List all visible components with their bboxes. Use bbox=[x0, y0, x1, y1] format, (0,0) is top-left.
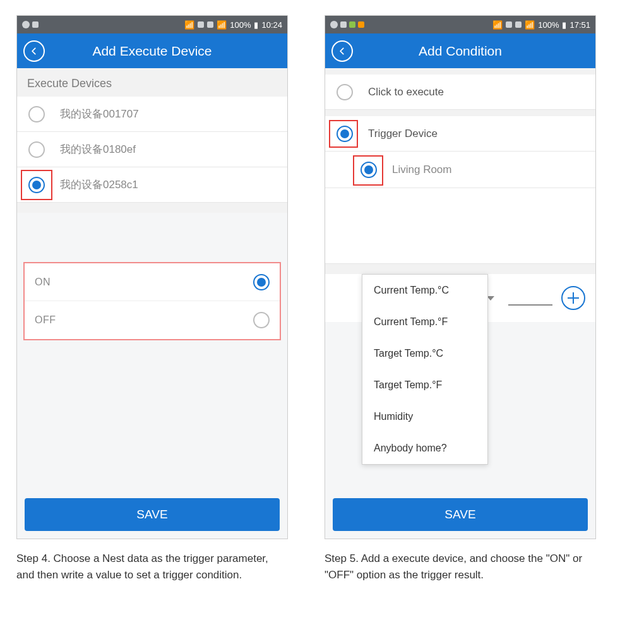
option-on-row[interactable]: ON bbox=[25, 263, 280, 301]
caption-step-5: Step 5. Add a execute device, and choose… bbox=[325, 551, 596, 583]
dropdown-item[interactable]: Target Temp.°C bbox=[362, 338, 487, 369]
title-bar: Add Condition bbox=[325, 33, 595, 68]
section-header-execute-devices: Execute Devices bbox=[17, 68, 287, 97]
status-icon bbox=[349, 21, 355, 28]
save-button[interactable]: SAVE bbox=[25, 498, 280, 531]
save-label: SAVE bbox=[444, 508, 475, 522]
save-button[interactable]: SAVE bbox=[333, 498, 588, 531]
radio-unselected[interactable] bbox=[337, 84, 353, 100]
back-button[interactable] bbox=[331, 40, 353, 62]
wifi-icon: 📶 bbox=[492, 20, 503, 30]
status-icon bbox=[22, 21, 30, 28]
device-row[interactable]: 我的设备0180ef bbox=[17, 132, 287, 167]
sim-icon bbox=[515, 21, 522, 28]
radio-selected[interactable] bbox=[28, 177, 45, 193]
back-button[interactable] bbox=[23, 40, 45, 62]
parameter-dropdown: Current Temp.°C Current Temp.°F Target T… bbox=[362, 274, 488, 465]
on-label: ON bbox=[35, 277, 51, 288]
radio-off[interactable] bbox=[253, 312, 270, 328]
status-icon bbox=[358, 21, 364, 28]
trigger-device-row[interactable]: Trigger Device bbox=[325, 116, 595, 152]
radio-selected[interactable] bbox=[361, 162, 377, 178]
on-off-group: ON OFF bbox=[23, 262, 281, 340]
device-row[interactable]: 我的设备0258c1 bbox=[17, 167, 287, 203]
device-label: 我的设备001707 bbox=[60, 107, 139, 121]
sim-icon bbox=[198, 21, 204, 28]
room-label: Living Room bbox=[392, 164, 452, 176]
click-to-execute-label: Click to execute bbox=[368, 86, 444, 98]
trigger-device-label: Trigger Device bbox=[368, 128, 438, 140]
add-button[interactable] bbox=[561, 286, 585, 310]
radio-unselected[interactable] bbox=[28, 106, 45, 122]
off-label: OFF bbox=[35, 314, 56, 326]
caption-step-4: Step 4. Choose a Nest data as the trigge… bbox=[16, 551, 288, 583]
screen-title: Add Execute Device bbox=[17, 44, 287, 59]
phone-add-execute-device: 📶 📶 100% ▮ 10:24 Add Execute Device Exec… bbox=[16, 15, 288, 539]
device-row[interactable]: 我的设备001707 bbox=[17, 97, 287, 132]
status-bar: 📶 📶 100% ▮ 17:51 bbox=[325, 16, 595, 33]
sim-icon bbox=[207, 21, 213, 28]
dropdown-item[interactable]: Anybody home? bbox=[362, 432, 487, 464]
dropdown-item[interactable]: Target Temp.°F bbox=[362, 369, 487, 401]
status-bar: 📶 📶 100% ▮ 10:24 bbox=[17, 16, 287, 33]
room-row[interactable]: Living Room bbox=[325, 152, 595, 188]
dropdown-item[interactable]: Current Temp.°F bbox=[362, 306, 487, 338]
signal-icon: 📶 bbox=[525, 20, 535, 30]
title-bar: Add Execute Device bbox=[17, 33, 287, 68]
battery-icon: ▮ bbox=[254, 20, 258, 30]
chevron-left-icon bbox=[338, 47, 347, 56]
clock: 10:24 bbox=[261, 20, 282, 30]
clock: 17:51 bbox=[569, 20, 590, 30]
wifi-icon: 📶 bbox=[184, 20, 194, 30]
click-to-execute-row[interactable]: Click to execute bbox=[325, 75, 595, 110]
phone-add-condition: 📶 📶 100% ▮ 17:51 Add Condition Click to … bbox=[325, 15, 596, 539]
battery-icon: ▮ bbox=[562, 20, 566, 30]
screen-content: Execute Devices 我的设备001707 我的设备0180ef 我的… bbox=[17, 68, 287, 539]
screen-content: Click to execute Trigger Device Living R… bbox=[325, 68, 595, 539]
chevron-left-icon bbox=[30, 47, 39, 56]
status-icon bbox=[330, 21, 338, 28]
device-label: 我的设备0258c1 bbox=[60, 177, 138, 192]
battery-percent: 100% bbox=[538, 20, 559, 30]
battery-percent: 100% bbox=[230, 20, 251, 30]
status-icon bbox=[340, 21, 347, 28]
sim-icon bbox=[506, 21, 512, 28]
status-icon bbox=[32, 21, 39, 28]
parameter-row: ≥ Current Temp.°C Current Temp.°F Target… bbox=[325, 274, 595, 322]
screen-title: Add Condition bbox=[325, 44, 595, 59]
radio-unselected[interactable] bbox=[28, 141, 45, 158]
dropdown-item[interactable]: Current Temp.°C bbox=[362, 275, 487, 306]
option-off-row[interactable]: OFF bbox=[25, 301, 280, 339]
dropdown-item[interactable]: Humidity bbox=[362, 401, 487, 432]
radio-selected[interactable] bbox=[337, 126, 353, 142]
device-label: 我的设备0180ef bbox=[60, 142, 136, 157]
signal-icon: 📶 bbox=[217, 20, 227, 30]
value-input[interactable] bbox=[508, 290, 552, 306]
save-label: SAVE bbox=[136, 508, 167, 522]
empty-white-area bbox=[325, 188, 595, 264]
radio-on[interactable] bbox=[253, 274, 270, 290]
